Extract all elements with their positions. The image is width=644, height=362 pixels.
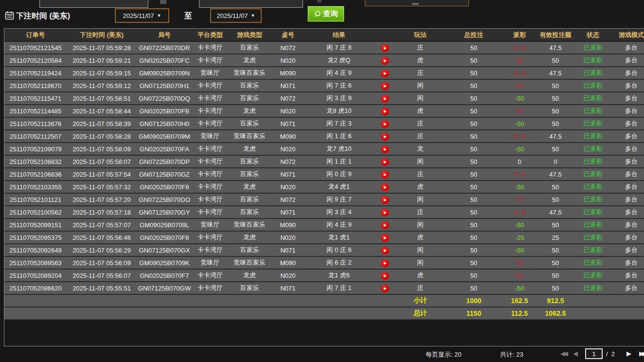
table-header-row: 订单号 下注时间 (美东) 局号 平台类型 游戏类型 桌号 结果 玩法 总投注 … <box>4 29 644 41</box>
status-badge: 已派彩 <box>575 54 610 67</box>
cropped-panel-top-right <box>365 0 469 6</box>
play-method-cell: 虎 <box>396 54 444 67</box>
game-mode-cell: 多台 <box>610 130 644 143</box>
order-number-cell: 251107052115471 <box>4 92 67 105</box>
table-number-cell: M090 <box>271 256 305 269</box>
game-type-cell: 竞咪百家乐 <box>228 67 271 79</box>
play-video-icon[interactable]: ▶ <box>381 221 389 229</box>
status-badge: 已派彩 <box>575 117 610 130</box>
round-number-cell: GN07125B070GY <box>137 206 192 218</box>
order-number-cell: 251107052119424 <box>4 67 67 79</box>
date-from-select[interactable]: 2025/11/07 ▼ <box>115 8 169 23</box>
play-video-icon[interactable]: ▶ <box>381 247 389 254</box>
table-row: 251107052120584 2025-11-07 05:59:21 GN02… <box>4 54 644 67</box>
bet-time-cell: 2025-11-07 05:56:09 <box>67 256 137 269</box>
table-number-cell: N020 <box>271 269 305 282</box>
play-video-icon[interactable]: ▶ <box>381 171 389 179</box>
payout-cell: 50 <box>503 256 536 269</box>
col-header-order: 订单号 <box>4 29 67 41</box>
first-page-icon[interactable]: ◀◀ <box>560 350 566 357</box>
payout-cell: 50 <box>503 54 536 67</box>
date-to-value: 2025/11/07 <box>216 12 248 19</box>
video-cell: ▶ <box>373 105 396 117</box>
total-bet-cell: 50 <box>444 130 503 143</box>
bet-time-cell: 2025-11-07 05:59:12 <box>67 79 137 92</box>
payout-cell: -50 <box>503 92 536 105</box>
table-number-cell: N071 <box>271 282 305 294</box>
bet-time-cell: 2025-11-07 05:57:18 <box>67 206 137 218</box>
subtotal-valid: 912.5 <box>536 294 575 307</box>
status-badge: 已派彩 <box>575 168 610 181</box>
play-video-icon[interactable]: ▶ <box>381 196 389 204</box>
play-video-icon[interactable]: ▶ <box>381 259 389 267</box>
play-video-icon[interactable]: ▶ <box>381 133 389 141</box>
play-video-icon[interactable]: ▶ <box>381 285 389 292</box>
play-video-icon[interactable]: ▶ <box>381 95 389 103</box>
result-cell: 龙2 虎Q <box>305 54 373 67</box>
play-video-icon[interactable]: ▶ <box>381 57 389 65</box>
play-video-icon[interactable]: ▶ <box>381 158 389 166</box>
table-row: 251107052112507 2025-11-07 05:58:28 GM09… <box>4 130 644 143</box>
play-video-icon[interactable]: ▶ <box>381 120 389 128</box>
total-pages-value: 2 <box>611 350 615 358</box>
order-number-cell: 251107052092649 <box>4 244 67 256</box>
last-page-icon[interactable]: ▶▶ <box>639 350 644 357</box>
table-number-cell: M090 <box>271 130 305 143</box>
game-type-cell: 百家乐 <box>228 168 271 181</box>
col-header-time: 下注时间 (美东) <box>67 29 137 41</box>
date-from-value: 2025/11/07 <box>123 12 154 19</box>
round-number-cell: GN07125B070H0 <box>137 117 192 130</box>
table-row: 251107052113676 2025-11-07 05:58:39 GN07… <box>4 117 644 130</box>
play-video-icon[interactable]: ▶ <box>381 272 389 280</box>
prev-page-icon[interactable]: ◀ <box>573 350 578 357</box>
bet-time-cell: 2025-11-07 05:56:07 <box>67 269 137 282</box>
date-to-select[interactable]: 2025/11/07 ▼ <box>210 8 262 23</box>
play-video-icon[interactable]: ▶ <box>381 70 389 77</box>
total-bet-cell: 50 <box>444 206 503 218</box>
table-body: 251107052121545 2025-11-07 05:59:28 GN07… <box>4 41 644 294</box>
game-type-cell: 龙虎 <box>228 181 271 193</box>
play-video-icon[interactable]: ▶ <box>381 108 389 115</box>
result-cell: 闲 0 庄 6 <box>305 244 373 256</box>
platform-type-cell: 卡卡湾厅 <box>192 282 228 294</box>
game-type-cell: 龙虎 <box>228 231 271 244</box>
result-cell: 闲 9 庄 7 <box>305 193 373 206</box>
valid-bet-cell: 47.5 <box>536 130 575 143</box>
total-valid: 1062.5 <box>536 307 575 320</box>
col-header-valid-bet: 有效投注额 <box>536 29 575 41</box>
play-method-cell: 庄 <box>396 206 444 218</box>
play-video-icon[interactable]: ▶ <box>381 44 389 52</box>
play-method-cell: 闲 <box>396 256 444 269</box>
play-method-cell: 虎 <box>396 181 444 193</box>
total-bet-cell: 50 <box>444 143 503 155</box>
col-header-status: 状态 <box>575 29 610 41</box>
bet-time-cell: 2025-11-07 05:58:44 <box>67 105 137 117</box>
payout-cell: -50 <box>503 244 536 256</box>
col-header-game-mode: 游戏模式 <box>610 29 644 41</box>
play-video-icon[interactable]: ▶ <box>381 82 389 90</box>
game-type-cell: 百家乐 <box>228 92 271 105</box>
valid-bet-cell: 50 <box>536 244 575 256</box>
payout-cell: 47.5 <box>503 67 536 79</box>
total-bet-cell: 50 <box>444 117 503 130</box>
play-video-icon[interactable]: ▶ <box>381 209 389 217</box>
round-number-cell: GN02025B070F9 <box>137 181 192 193</box>
play-method-cell: 庄 <box>396 168 444 181</box>
platform-type-cell: 竞咪厅 <box>192 218 228 231</box>
bet-records-table: 订单号 下注时间 (美东) 局号 平台类型 游戏类型 桌号 结果 玩法 总投注 … <box>4 28 644 346</box>
status-badge: 已派彩 <box>575 79 610 92</box>
order-number-cell: 251107052120584 <box>4 54 67 67</box>
platform-type-cell: 竞咪厅 <box>192 130 228 143</box>
round-number-cell: GN02025B070FA <box>137 143 192 155</box>
play-video-icon[interactable]: ▶ <box>381 183 389 191</box>
status-badge: 已派彩 <box>575 256 610 269</box>
play-video-icon[interactable]: ▶ <box>381 145 389 153</box>
play-method-cell: 闲 <box>396 79 444 92</box>
chevron-down-icon: ▼ <box>251 13 255 18</box>
query-button[interactable]: 查询 <box>308 6 344 21</box>
page-number-input[interactable] <box>585 348 603 359</box>
game-type-cell: 龙虎 <box>228 143 271 155</box>
chevron-down-icon: ▼ <box>157 13 161 18</box>
play-video-icon[interactable]: ▶ <box>381 234 389 242</box>
next-page-icon[interactable]: ▶ <box>626 350 631 357</box>
